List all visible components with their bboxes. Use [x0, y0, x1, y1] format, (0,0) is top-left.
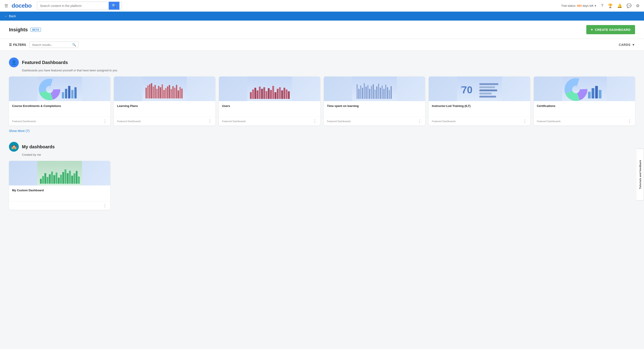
card-thumb-5: 70 ↓	[429, 77, 530, 101]
card-body-5: Instructor-Led Training (ILT)	[429, 101, 530, 117]
card-certifications[interactable]: Certifications Featured Dashboards ⋮	[534, 77, 635, 126]
tutorials-sidebar[interactable]: Tutorials and feedback	[636, 149, 644, 200]
featured-section-icon: 👤	[9, 58, 19, 67]
card-body-3: Users	[219, 101, 320, 117]
card-menu-5[interactable]: ⋮	[523, 119, 527, 124]
back-label: Back	[9, 14, 16, 18]
svg-rect-94	[49, 174, 51, 184]
svg-rect-102	[67, 173, 69, 184]
svg-rect-26	[172, 86, 174, 98]
card-menu-3[interactable]: ⋮	[313, 119, 317, 124]
card-my-custom-dashboard[interactable]: My Custom Dashboard ⋮	[9, 161, 110, 210]
main-content: 👤 Featured Dashboards Dashboards you hav…	[0, 51, 644, 225]
cards-chevron-icon: ▼	[632, 43, 635, 47]
logo[interactable]: docebo	[12, 2, 32, 9]
svg-rect-104	[71, 176, 73, 184]
back-bar: ← Back	[0, 12, 644, 21]
filter-bar: ☰ FILTERS 🔍 CARDS ▼	[0, 39, 644, 51]
settings-icon[interactable]: ⚙	[636, 3, 640, 8]
help-icon[interactable]: ?	[601, 3, 603, 8]
svg-rect-19	[160, 87, 161, 98]
card-thumb-3	[219, 77, 320, 101]
nav-right: Trial status: 463 days left ▼ ? 🏆 🔔 💬 ⚙	[561, 3, 640, 8]
card-learning-plans[interactable]: Learning Plans Featured Dashboards ⋮	[114, 77, 215, 126]
card-menu-1[interactable]: ⋮	[103, 119, 107, 124]
card-footer-6: Featured Dashboards ⋮	[534, 117, 635, 126]
cards-view-button[interactable]: CARDS ▼	[619, 43, 635, 47]
svg-rect-46	[279, 87, 281, 99]
my-dashboards-section-title: My dashboards	[22, 144, 55, 149]
card-footer-1: Featured Dashboards ⋮	[9, 117, 110, 126]
trial-status: Trial status: 463 days left ▼	[561, 4, 596, 8]
card-footer-5: Featured Dashboards ⋮	[429, 117, 530, 126]
card-ilt[interactable]: 70 ↓ Instructor-Led Training (ILT)	[429, 77, 530, 126]
card-category-4: Featured Dashboards	[327, 120, 350, 123]
card-name-1: Course Enrollments & Completions	[12, 104, 61, 108]
user-icon: 👤	[11, 60, 17, 65]
card-body-4: Time spent on learning	[324, 101, 425, 117]
card-footer-4: Featured Dashboards ⋮	[324, 117, 425, 126]
my-dashboards-section-subtitle: Created by me	[22, 153, 635, 156]
card-menu-7[interactable]: ⋮	[103, 203, 107, 208]
featured-cards-grid: Course Enrollments & Completions Feature…	[9, 77, 635, 126]
featured-section-header: 👤 Featured Dashboards	[9, 58, 635, 67]
card-menu-6[interactable]: ⋮	[628, 119, 632, 124]
svg-rect-58	[368, 85, 368, 99]
svg-rect-44	[274, 92, 276, 99]
card-menu-4[interactable]: ⋮	[418, 119, 422, 124]
my-dashboards-section-header: 🏫 My dashboards	[9, 142, 635, 152]
card-body-7: My Custom Dashboard	[9, 185, 110, 201]
svg-rect-38	[261, 89, 263, 99]
card-menu-2[interactable]: ⋮	[208, 119, 212, 124]
svg-rect-8	[71, 90, 74, 98]
svg-rect-9	[74, 87, 77, 98]
trophy-icon[interactable]: 🏆	[608, 3, 613, 8]
svg-rect-7	[68, 86, 70, 98]
show-more-button[interactable]: Show More (7)	[9, 129, 30, 133]
global-search-button[interactable]: 🔍	[109, 2, 120, 10]
svg-point-84	[572, 86, 580, 93]
global-search: 🔍	[37, 2, 122, 10]
global-search-input[interactable]	[37, 2, 109, 10]
card-time-spent[interactable]: Time spent on learning Featured Dashboar…	[324, 77, 425, 126]
top-nav: ☰ docebo 🔍 Trial status: 463 days left ▼…	[0, 0, 644, 12]
svg-rect-50	[288, 91, 290, 99]
svg-rect-54	[360, 86, 361, 99]
card-body-6: Certifications	[534, 101, 635, 117]
svg-text:↓: ↓	[460, 84, 462, 89]
create-dashboard-button[interactable]: + CREATE DASHBOARD	[586, 25, 635, 34]
svg-rect-52	[357, 84, 358, 99]
card-users[interactable]: Users Featured Dashboards ⋮	[219, 77, 320, 126]
svg-rect-75	[480, 83, 498, 85]
svg-rect-28	[176, 85, 177, 98]
bell-icon[interactable]: 🔔	[617, 3, 622, 8]
chat-icon[interactable]: 💬	[626, 3, 632, 8]
svg-rect-76	[480, 86, 495, 88]
svg-rect-24	[169, 85, 170, 98]
svg-rect-107	[78, 177, 80, 184]
svg-rect-78	[480, 93, 492, 94]
card-name-4: Time spent on learning	[327, 104, 359, 108]
page-title: Insights	[9, 27, 28, 33]
back-button[interactable]: ← Back	[4, 14, 16, 18]
filters-button[interactable]: ☰ FILTERS	[9, 43, 26, 47]
svg-rect-36	[256, 90, 258, 99]
svg-rect-12	[147, 86, 149, 98]
filter-lines-icon: ☰	[9, 43, 12, 47]
card-thumb-4	[324, 77, 425, 101]
svg-rect-105	[74, 173, 75, 184]
hamburger-icon[interactable]: ☰	[4, 3, 8, 8]
featured-section: 👤 Featured Dashboards Dashboards you hav…	[9, 58, 635, 133]
svg-rect-6	[65, 89, 67, 98]
card-name-5: Instructor-Led Training (ILT)	[432, 104, 470, 108]
card-footer-3: Featured Dashboards ⋮	[219, 117, 320, 126]
svg-rect-93	[47, 177, 48, 184]
card-thumb-2	[114, 77, 215, 101]
card-course-enrollments[interactable]: Course Enrollments & Completions Feature…	[9, 77, 110, 126]
svg-rect-18	[158, 86, 160, 98]
card-category-6: Featured Dashboards	[537, 120, 560, 123]
back-arrow-icon: ←	[4, 14, 8, 18]
card-thumb-7	[9, 161, 110, 185]
svg-rect-95	[51, 172, 53, 184]
search-filter-input[interactable]	[32, 43, 72, 47]
